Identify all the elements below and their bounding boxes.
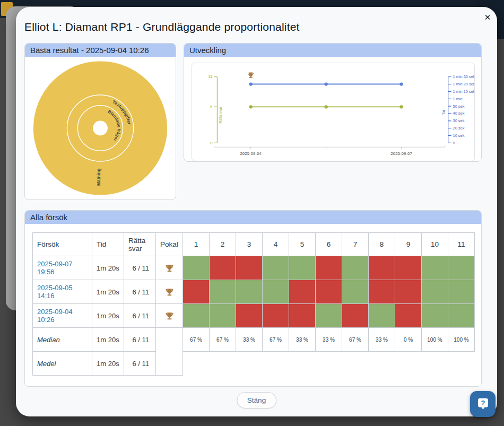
x-tick-label: 2025-09-07 [390,151,412,156]
development-header: Utveckling [184,44,481,57]
table-cell [156,328,183,376]
result-cell-correct [236,280,263,304]
trophy-icon [248,73,253,79]
result-cell-correct [448,256,475,280]
column-percent: 0 % [395,328,422,352]
right-tick-label: 0 [453,141,455,145]
column-header: Tid [92,233,124,256]
help-button[interactable]: ? [470,391,496,417]
data-point [324,82,327,85]
column-header: 4 [263,233,289,256]
data-point [249,105,253,108]
left-axis-title: Rätta svar [219,107,222,124]
table-cell: 1m 20s [92,256,124,280]
ring-label-matning: Mätning [96,169,101,186]
attempt-date-link[interactable]: 2025-09-04 10:26 [37,308,73,324]
sunburst-center-hole [93,121,108,136]
left-tick-label: 6 [210,105,213,109]
x-axis [214,145,445,149]
result-cell-correct [289,256,316,280]
column-percent: 100 % [422,328,448,352]
result-cell-correct [448,280,475,304]
column-header: Försök [33,233,92,256]
right-tick-label: 10 sek [453,133,465,138]
result-cell-correct [422,304,448,328]
column-percent: 33 % [236,328,263,352]
mean-row: Medel1m 20s6 / 11 [33,352,475,376]
result-cell-correct [263,280,289,304]
attempts-panel: Alla försök FörsökTidRätta svarPokal1234… [24,210,482,387]
column-percent: 33 % [316,328,342,352]
close-icon[interactable]: ✕ [481,11,494,24]
table-cell: 6 / 11 [124,352,156,376]
column-header: 3 [236,233,263,256]
result-cell-correct [422,256,448,280]
data-point [324,105,327,108]
column-header: 11 [448,233,475,256]
trophy-icon [165,288,174,297]
sunburst-chart[interactable]: Textuppgifter Blandade frågor Mätning [25,57,176,199]
best-result-panel: Bästa resultat - 2025-09-04 10:26 Textup… [24,43,176,200]
right-tick-label: 1 min [453,97,463,101]
result-cell-wrong [316,280,342,304]
table-cell [156,280,183,304]
result-modal: ✕ Elliot L: Diamant RP1 - Grundläggande … [16,7,497,416]
column-percent: 67 % [342,328,369,352]
development-chart-card: 2025-09-042025-09-070611Rätta svar010 se… [192,63,475,161]
result-cell-wrong [342,304,369,328]
result-cell-correct [422,280,448,304]
attempt-row: 2025-09-05 14:161m 20s6 / 11 [33,280,475,304]
attempt-row: 2025-09-07 19:561m 20s6 / 11 [33,256,475,280]
result-cell-wrong [369,280,395,304]
right-tick-label: 1 min 30 sek [453,74,474,79]
result-cell-wrong [183,280,210,304]
column-header: 10 [422,233,448,256]
development-panel: Utveckling 2025-09-042025-09-070611Rätta… [184,43,482,162]
result-cell-wrong [395,256,422,280]
left-tick-label: 0 [210,141,213,145]
result-cell-correct [342,256,369,280]
result-cell-correct [316,304,342,328]
attempts-table: FörsökTidRätta svarPokal1234567891011202… [32,232,475,376]
result-cell-wrong [369,256,395,280]
right-axis-title: Tid [442,110,446,115]
development-chart[interactable]: 2025-09-042025-09-070611Rätta svar010 se… [192,63,474,161]
table-cell: 2025-09-04 10:26 [33,304,92,328]
table-cell: Median [33,328,92,352]
left-tick-label: 11 [208,74,213,79]
right-tick-label: 1 min 20 sek [453,82,474,86]
median-row: Median1m 20s6 / 1167 %67 %33 %67 %33 %33… [33,328,475,352]
result-cell-wrong [236,304,263,328]
right-tick-label: 20 sek [453,126,465,131]
column-percent: 67 % [263,328,289,352]
result-cell-correct [448,304,475,328]
result-cell-wrong [395,280,422,304]
table-cell: 6 / 11 [124,304,156,328]
table-cell: 2025-09-07 19:56 [33,256,92,280]
data-point [399,82,403,85]
table-header-row: FörsökTidRätta svarPokal1234567891011 [33,233,475,256]
attempts-header: Alla försök [25,211,481,224]
column-header: 2 [210,233,236,256]
column-percent: 33 % [289,328,316,352]
table-cell: 6 / 11 [124,328,156,352]
right-tick-label: 1 min 10 sek [453,89,474,94]
attempt-date-link[interactable]: 2025-09-05 14:16 [37,284,73,300]
result-cell-correct [210,280,236,304]
result-cell-wrong [316,256,342,280]
help-glyph: ? [481,399,485,407]
table-cell: 1m 20s [92,304,124,328]
table-cell [156,256,183,280]
column-percent: 67 % [183,328,210,352]
column-percent: 33 % [369,328,395,352]
table-cell: 2025-09-05 14:16 [33,280,92,304]
modal-title: Elliot L: Diamant RP1 - Grundläggande pr… [24,21,300,33]
table-cell: 1m 20s [92,280,124,304]
attempt-date-link[interactable]: 2025-09-07 19:56 [37,260,73,276]
column-header: 1 [183,233,210,256]
table-cell: Medel [33,352,92,376]
column-header: 6 [316,233,342,256]
result-cell-wrong [263,304,289,328]
close-modal-button[interactable]: Stäng [237,392,276,408]
data-point [399,105,403,108]
